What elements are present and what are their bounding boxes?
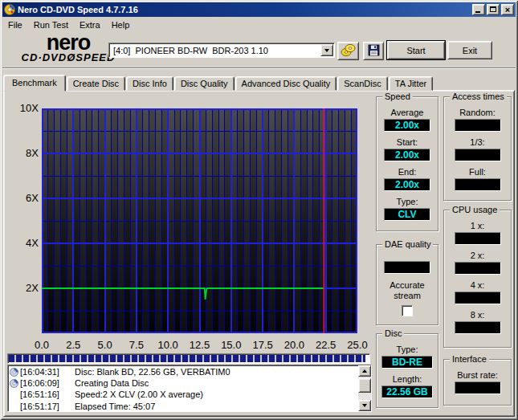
- x-axis-tick-12-5: 12.5: [186, 339, 214, 351]
- cpu-usage-label-1-x: 1 x:: [471, 221, 485, 230]
- cpu-usage-label-8-x: 8 x:: [471, 310, 485, 320]
- window-title: Nero CD-DVD Speed 4.7.7.16: [18, 5, 472, 14]
- tab-benchmark[interactable]: Benchmark: [3, 75, 66, 92]
- cpu-usage-value-8-x: [455, 321, 501, 334]
- scroll-down-button[interactable]: [358, 400, 371, 411]
- disc-panel: Disc Type:BD-RELength:22.56 GB: [376, 333, 438, 408]
- dae-quality-panel-title: DAE quality: [382, 239, 433, 249]
- maximize-icon: [490, 6, 496, 12]
- y-axis-tick-2x: 2X: [11, 282, 39, 294]
- minimize-button[interactable]: [472, 4, 485, 15]
- menu-item-file[interactable]: File: [2, 19, 28, 31]
- tab-disc-quality[interactable]: Disc Quality: [174, 76, 235, 91]
- discs-icon: [341, 43, 356, 59]
- cpu-usage-panel: CPU usage 1 x:2 x:4 x:8 x:: [443, 210, 512, 348]
- tab-ta-jitter[interactable]: TA Jitter: [389, 76, 434, 91]
- scroll-up-button[interactable]: [358, 365, 371, 377]
- log-entry[interactable]: [16:51:17]Elapsed Time: 45:07: [10, 401, 358, 411]
- menu-item-run-test[interactable]: Run Test: [28, 19, 74, 31]
- y-axis-tick-6x: 6X: [11, 192, 39, 204]
- cpu-usage-label-4-x: 4 x:: [471, 280, 485, 290]
- x-axis-tick-22-5: 22.5: [312, 339, 341, 351]
- speed-value-type: CLV: [384, 208, 430, 221]
- dae-quality-value: [384, 261, 430, 274]
- disc-label-type: Type:: [397, 345, 418, 354]
- log-entry-text: Speed:2 X CLV (2.00 X average): [75, 389, 203, 399]
- exit-button[interactable]: Exit: [447, 41, 492, 59]
- log-entry[interactable]: [16:51:16]Speed:2 X CLV (2.00 X average): [10, 389, 358, 400]
- log-list: [16:04:31]Disc: Blank BD, 22.56 GB, VERB…: [8, 365, 358, 411]
- access-times-panel-title: Access times: [450, 92, 507, 101]
- benchmark-chart: [42, 108, 357, 333]
- tab-advanced-disc-quality[interactable]: Advanced Disc Quality: [235, 76, 337, 91]
- log-entry-text: Elapsed Time: 45:07: [75, 402, 155, 411]
- disc-icon: [10, 390, 20, 399]
- x-axis-tick-10-0: 10.0: [153, 339, 182, 351]
- accurate-stream-label: Accurate stream: [382, 280, 432, 301]
- disc-icon: [10, 379, 20, 388]
- speed-label-average: Average: [391, 108, 424, 117]
- interface-value-burst-rate: [455, 381, 501, 394]
- disc-label-length: Length:: [393, 374, 422, 384]
- arrow-up-icon: [362, 369, 367, 373]
- interface-label-burst-rate: Burst rate:: [457, 370, 498, 380]
- speed-value-average: 2.00x: [384, 119, 430, 132]
- x-axis-tick-5-0: 5.0: [91, 339, 120, 351]
- y-axis-tick-10x: 10X: [11, 102, 39, 114]
- access-times-panel: Access times Random:1/3:Full:: [443, 96, 512, 201]
- scrollbar-thumb[interactable]: [358, 378, 371, 393]
- drive-select[interactable]: [4:0] PIONEER BD-RW BDR-203 1.10: [108, 43, 335, 58]
- log-scrollbar[interactable]: [358, 365, 371, 411]
- access-times-label-random: Random:: [459, 108, 496, 117]
- access-times-value-random: [455, 119, 501, 132]
- log-entry-time: [16:51:17]: [20, 402, 68, 411]
- start-button[interactable]: Start: [387, 41, 445, 59]
- log-entry[interactable]: [16:06:09]Creating Data Disc: [10, 377, 358, 389]
- x-axis-tick-20-0: 20.0: [279, 339, 308, 351]
- title-bar[interactable]: Nero CD-DVD Speed 4.7.7.16 ×: [2, 2, 516, 17]
- eject-disc-button[interactable]: [337, 42, 359, 60]
- speed-label-start: Start:: [397, 137, 418, 147]
- log-listbox[interactable]: [16:04:31]Disc: Blank BD, 22.56 GB, VERB…: [7, 365, 372, 412]
- disc-panel-title: Disc: [382, 328, 404, 338]
- access-times-value-1-3: [455, 149, 501, 161]
- log-entry-time: [16:06:09]: [20, 378, 68, 388]
- progress-bar: [7, 353, 370, 364]
- minimize-icon: [475, 11, 480, 13]
- cpu-usage-value-2-x: [455, 262, 501, 275]
- tab-create-disc[interactable]: Create Disc: [67, 76, 125, 91]
- floppy-save-icon: [368, 44, 380, 59]
- x-axis-tick-7-5: 7.5: [122, 339, 151, 351]
- arrow-down-icon: [362, 404, 367, 407]
- x-axis-tick-0-0: 0.0: [27, 339, 56, 351]
- tab-disc-info[interactable]: Disc Info: [126, 76, 173, 91]
- log-entry-time: [16:04:31]: [20, 367, 68, 377]
- save-button[interactable]: [363, 42, 384, 60]
- disc-icon: [10, 368, 20, 377]
- tab-strip: BenchmarkCreate DiscDisc InfoDisc Qualit…: [3, 74, 434, 91]
- cpu-usage-value-4-x: [455, 292, 501, 304]
- log-entry-text: Creating Data Disc: [75, 378, 149, 388]
- log-entry[interactable]: [16:04:31]Disc: Blank BD, 22.56 GB, VERB…: [10, 366, 358, 377]
- accurate-stream-checkbox[interactable]: [402, 305, 413, 316]
- speed-value-end: 2.00x: [384, 178, 430, 191]
- dae-quality-panel: DAE quality Accurate stream: [376, 244, 438, 325]
- close-button[interactable]: ×: [501, 4, 514, 15]
- cpu-usage-panel-title: CPU usage: [450, 205, 500, 214]
- app-icon: [4, 4, 15, 15]
- maximize-button[interactable]: [487, 4, 500, 15]
- disc-value-length: 22.56 GB: [381, 385, 433, 398]
- disc-slash-icon: Ø: [67, 51, 75, 63]
- scrollbar-track[interactable]: [358, 377, 371, 400]
- x-axis-tick-2-5: 2.5: [59, 339, 88, 351]
- disc-value-type: BD-RE: [381, 356, 433, 369]
- chevron-down-icon[interactable]: [320, 44, 333, 56]
- cpu-usage-label-2-x: 2 x:: [471, 251, 485, 260]
- speed-label-type: Type:: [397, 197, 418, 206]
- y-axis-tick-4x: 4X: [11, 237, 39, 249]
- tab-scandisc[interactable]: ScanDisc: [337, 76, 387, 91]
- menu-item-extra[interactable]: Extra: [74, 19, 106, 31]
- menu-item-help[interactable]: Help: [106, 19, 136, 31]
- y-axis-tick-8x: 8X: [11, 147, 39, 159]
- menu-bar: FileRun TestExtraHelp: [2, 18, 516, 31]
